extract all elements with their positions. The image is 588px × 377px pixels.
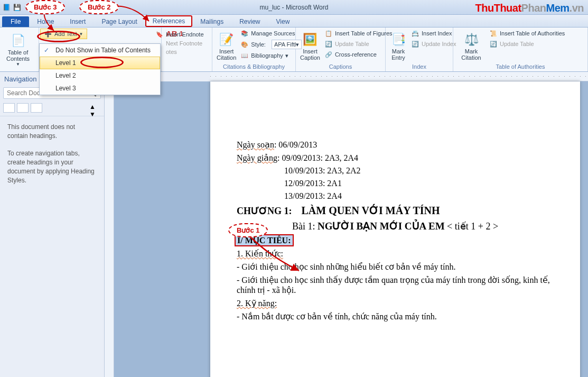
mark-citation-icon: ⚖️ bbox=[463, 31, 480, 48]
cross-reference-button[interactable]: 🔗Cross-reference bbox=[323, 50, 394, 59]
dropdown-level-1[interactable]: Level 1 bbox=[40, 57, 160, 69]
footnotes-group: AB1 Next Footnote otes 🔖 Insert Endnote … bbox=[162, 27, 212, 71]
checkmark-icon: ✓ bbox=[44, 47, 49, 54]
citations-group-title: Citations & Bibliography bbox=[216, 63, 292, 70]
chevron-down-icon: ▼ bbox=[16, 62, 20, 67]
insert-index-button[interactable]: 📇Insert Index bbox=[410, 29, 457, 38]
redo-icon[interactable]: ↷ bbox=[34, 3, 42, 12]
insert-endnote-button[interactable]: 🔖 Insert Endnote bbox=[154, 30, 205, 39]
insert-citation-button[interactable]: 📝 Insert Citation bbox=[216, 29, 237, 63]
insert-caption-button[interactable]: 🖼️ Insert Caption bbox=[299, 29, 321, 63]
nav-view-results[interactable] bbox=[31, 103, 42, 113]
window-title: mu_luc - Microsoft Word bbox=[260, 4, 329, 11]
next-footnote-button[interactable]: Next Footnote bbox=[165, 40, 203, 47]
document-page[interactable]: Ngày soạn: 06/09/2013 Ngày giảng: 09/09/… bbox=[210, 81, 580, 377]
biblio-icon: 📖 bbox=[240, 51, 249, 60]
ribbon-tabs: File Home Insert Page Layout References … bbox=[0, 15, 588, 27]
mark-entry-icon: 📑 bbox=[390, 31, 407, 48]
file-tab[interactable]: File bbox=[2, 16, 29, 27]
chapter-heading: CHƯƠNG 1: LÀM QUEN VỚI MÁY TÍNH bbox=[237, 204, 554, 217]
manage-sources-button[interactable]: 📚Manage Sources bbox=[239, 29, 303, 38]
selected-heading[interactable]: I/ MỤC TIÊU: bbox=[235, 234, 294, 246]
caption-icon: 🖼️ bbox=[302, 31, 319, 48]
mark-citation-button[interactable]: ⚖️ Mark Citation bbox=[456, 29, 486, 63]
view-tab[interactable]: View bbox=[268, 16, 298, 27]
mailings-tab[interactable]: Mailings bbox=[192, 16, 231, 27]
add-text-dropdown: ✓ Do Not Show in Table of Contents Level… bbox=[39, 43, 161, 95]
lesson-heading: Bài 1: NGƯỜI BẠN MỚI CỦA EM < tiết 1 + 2… bbox=[237, 220, 554, 232]
manage-icon: 📚 bbox=[240, 29, 249, 38]
mark-entry-button[interactable]: 📑 Mark Entry bbox=[389, 29, 408, 63]
toc-group: 📄 Table of Contents ▼ bbox=[0, 27, 39, 71]
index-group-title: Index bbox=[389, 63, 450, 70]
citations-group: 📝 Insert Citation 📚Manage Sources 🎨Style… bbox=[212, 27, 296, 71]
toa-icon: 📜 bbox=[489, 29, 498, 38]
navigation-view-buttons: ▲ ▼ bbox=[0, 100, 104, 116]
style-select[interactable]: 🎨Style: APA Fiftl ▾ bbox=[239, 39, 303, 50]
insert-tab[interactable]: Insert bbox=[62, 16, 94, 27]
toa-group-title: Table of Authorities bbox=[456, 63, 584, 70]
home-tab[interactable]: Home bbox=[29, 16, 62, 27]
index-icon: 📇 bbox=[411, 29, 419, 38]
undo-icon[interactable]: ↶ bbox=[23, 3, 32, 12]
nav-view-pages[interactable] bbox=[17, 103, 29, 113]
vertical-ruler[interactable] bbox=[105, 81, 114, 377]
update-icon: 🔄 bbox=[489, 40, 498, 48]
navigation-message: This document does not contain headings.… bbox=[0, 116, 104, 191]
navigation-pane: Navigation ▼ ✕ 🔍 ▲ ▼ This document does … bbox=[0, 72, 105, 377]
nav-view-headings[interactable] bbox=[3, 103, 15, 113]
toa-group: ⚖️ Mark Citation 📜Insert Table of Author… bbox=[453, 27, 588, 71]
dropdown-level-2[interactable]: Level 2 bbox=[40, 69, 160, 82]
review-tab[interactable]: Review bbox=[231, 16, 268, 27]
tof-icon: 📋 bbox=[324, 29, 333, 38]
endnote-icon: 🔖 bbox=[155, 30, 164, 39]
qat-dropdown-icon[interactable]: ▾ bbox=[44, 3, 53, 12]
title-bar: 📘 💾 ↶ ↷ ▾ mu_luc - Microsoft Word ThuThu… bbox=[0, 0, 588, 15]
insert-tof-button[interactable]: 📋Insert Table of Figures bbox=[323, 29, 394, 38]
toc-icon: 📄 bbox=[10, 32, 26, 49]
word-icon: 📘 bbox=[2, 3, 11, 12]
quick-access-toolbar: 📘 💾 ↶ ↷ ▾ bbox=[2, 3, 53, 12]
update-tof-button[interactable]: 🔄Update Table bbox=[323, 39, 394, 49]
plus-icon: ➕ bbox=[44, 30, 52, 38]
update-icon: 🔄 bbox=[411, 40, 419, 48]
citation-icon: 📝 bbox=[218, 31, 235, 48]
watermark-logo: ThuThuatPhanMem.vn bbox=[475, 2, 584, 14]
update-icon: 🔄 bbox=[324, 40, 333, 48]
horizontal-ruler[interactable] bbox=[210, 72, 588, 81]
dropdown-dont-show[interactable]: ✓ Do Not Show in Table of Contents bbox=[40, 44, 160, 57]
captions-group-title: Captions bbox=[299, 63, 382, 70]
captions-group: 🖼️ Insert Caption 📋Insert Table of Figur… bbox=[296, 27, 386, 71]
show-notes-button[interactable]: otes bbox=[165, 48, 203, 56]
references-tab[interactable]: References bbox=[145, 15, 192, 27]
page-layout-tab[interactable]: Page Layout bbox=[94, 16, 145, 27]
update-index-button[interactable]: 🔄Update Index bbox=[410, 39, 457, 49]
annotation-oval-level1 bbox=[80, 57, 124, 68]
bibliography-button[interactable]: 📖Bibliography ▾ bbox=[239, 51, 303, 60]
insert-toa-button[interactable]: 📜Insert Table of Authorities bbox=[488, 29, 566, 38]
table-of-contents-button[interactable]: 📄 Table of Contents ▼ bbox=[3, 29, 33, 70]
dropdown-level-3[interactable]: Level 3 bbox=[40, 82, 160, 95]
nav-prev-next[interactable]: ▲ ▼ bbox=[89, 103, 101, 113]
index-group: 📑 Mark Entry 📇Insert Index 🔄Update Index… bbox=[386, 27, 453, 71]
document-area: Ngày soạn: 06/09/2013 Ngày giảng: 09/09/… bbox=[105, 72, 588, 377]
save-icon[interactable]: 💾 bbox=[13, 3, 21, 12]
style-icon: 🎨 bbox=[240, 40, 249, 49]
update-toa-button[interactable]: 🔄Update Table bbox=[488, 39, 566, 49]
crossref-icon: 🔗 bbox=[324, 50, 333, 59]
